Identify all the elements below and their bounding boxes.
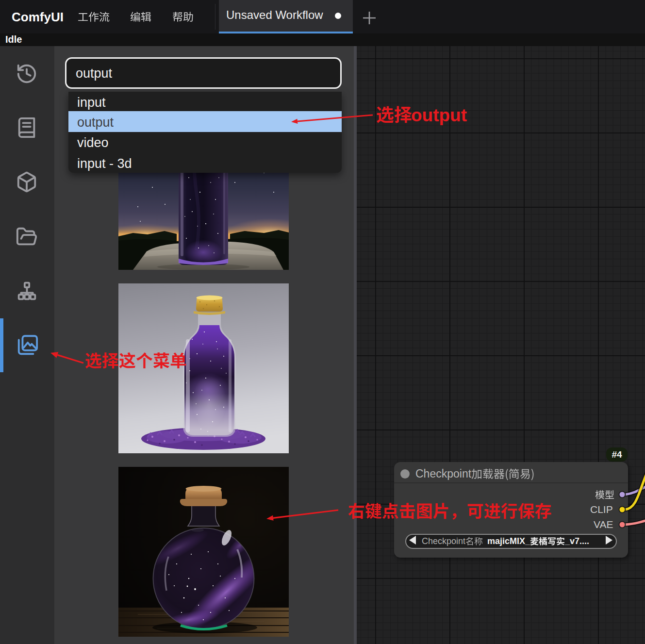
svg-text:output: output (411, 105, 467, 125)
